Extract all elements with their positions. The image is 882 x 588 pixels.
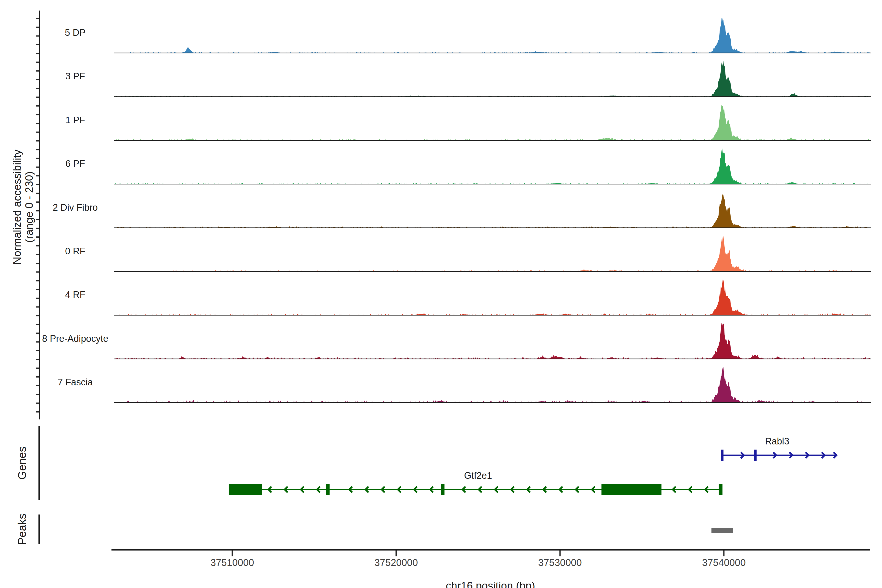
genes-bracket <box>39 426 40 500</box>
x-tick-label: 37530000 <box>524 557 597 568</box>
x-axis-tick <box>232 550 233 556</box>
peaks-section-label: Peaks <box>15 492 28 566</box>
track-baseline <box>114 358 871 359</box>
track-label: 2 Div Fibro <box>0 202 150 213</box>
track-label: 5 DP <box>0 27 150 38</box>
track-baseline <box>114 52 871 53</box>
y-axis-tick <box>36 105 39 106</box>
peak-region-bar <box>711 528 733 532</box>
y-axis-tick <box>36 44 39 45</box>
track-signal <box>114 148 871 184</box>
track-baseline <box>114 184 871 184</box>
y-axis-tick <box>36 140 39 142</box>
x-axis-tick <box>560 550 561 556</box>
track-baseline <box>114 227 871 228</box>
y-axis-tick <box>36 280 39 281</box>
gene-exon-tick <box>719 484 723 495</box>
y-axis-tick <box>36 402 39 404</box>
gene-exon-box <box>602 484 662 495</box>
track-label: 8 Pre-Adipocyte <box>0 333 150 344</box>
track-signal <box>114 105 871 140</box>
x-axis-tick <box>723 550 724 556</box>
peaks-bracket <box>39 514 40 544</box>
x-tick-label: 37520000 <box>359 557 433 568</box>
gene-label: Rabl3 <box>728 436 826 447</box>
gene-line <box>721 455 836 456</box>
y-axis-tick <box>36 175 39 176</box>
x-axis-line <box>111 549 870 550</box>
track-signal <box>114 367 871 402</box>
track-label: 0 RF <box>0 246 150 256</box>
genes-section-label: Genes <box>15 426 28 500</box>
track-signal <box>114 194 871 228</box>
gene-exon-tick <box>721 450 723 461</box>
gene-label: Gtf2e1 <box>429 470 527 481</box>
x-tick-label: 37510000 <box>195 557 269 568</box>
y-axis-tick <box>36 236 39 238</box>
y-axis-tick <box>36 184 39 185</box>
track-baseline <box>114 402 871 403</box>
y-axis-tick <box>36 262 39 264</box>
y-axis-tick <box>36 62 39 63</box>
y-axis-tick <box>36 272 39 273</box>
y-axis-tick <box>36 411 39 412</box>
y-axis-tick <box>36 88 39 89</box>
track-signal <box>114 323 871 359</box>
track-signal <box>114 279 871 315</box>
gene-exon-box <box>229 484 262 495</box>
x-tick-label: 37540000 <box>687 557 761 568</box>
track-baseline <box>114 315 871 315</box>
track-label: 6 PF <box>0 159 150 169</box>
y-axis-tick <box>36 18 39 19</box>
track-baseline <box>114 140 871 141</box>
y-axis-tick <box>36 53 39 54</box>
track-baseline <box>114 271 871 272</box>
y-axis-tick <box>36 368 39 369</box>
track-label: 1 PF <box>0 115 150 126</box>
y-axis-tick <box>36 96 39 98</box>
y-axis-tick <box>36 394 39 395</box>
track-label: 7 Fascia <box>0 377 150 388</box>
gene-exon-tick <box>441 484 444 495</box>
y-axis-tick <box>36 149 39 150</box>
y-axis-tick <box>36 306 39 308</box>
track-signal <box>114 17 871 53</box>
track-label: 4 RF <box>0 290 150 300</box>
y-axis-tick <box>36 350 39 351</box>
gene-exon-tick <box>326 484 330 495</box>
y-axis-tick <box>36 228 39 229</box>
y-axis-tick <box>36 315 39 316</box>
y-axis-tick <box>36 324 39 325</box>
track-baseline <box>114 96 871 97</box>
gene-exon-tick <box>754 450 756 461</box>
x-axis-title: chr16 position (bp) <box>380 580 601 588</box>
y-axis-tick <box>36 219 39 220</box>
y-axis-tick <box>36 359 39 360</box>
y-axis-tick <box>36 132 39 133</box>
track-signal <box>114 236 871 272</box>
track-label: 3 PF <box>0 71 150 82</box>
x-axis-tick <box>395 550 397 556</box>
coverage-plot-figure: Normalized accessibility (range 0 - 230)… <box>0 0 882 588</box>
y-axis-tick <box>36 193 39 194</box>
track-signal <box>114 61 871 96</box>
